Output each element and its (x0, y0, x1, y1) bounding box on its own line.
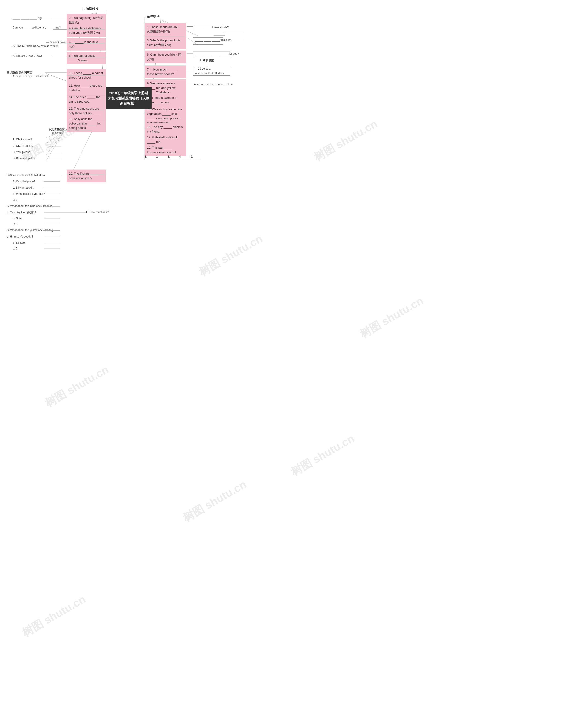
answer-e: E. How much is it? (86, 211, 109, 214)
watermark-6: 树图 shutu.cn (311, 117, 380, 165)
section-2-label: Ⅱ. 单项填空 (200, 59, 214, 62)
line-l4 (44, 224, 60, 224)
line-r7 (187, 70, 193, 70)
r-blanks: 1. _____ 2. _____ 3. _____ 4. _____ 5. _… (145, 155, 202, 158)
center-to-left (67, 95, 106, 96)
r3-box: 3. What's the price of this skirt?(改为同义句… (145, 36, 186, 49)
watermark-2: 树图 shutu.cn (196, 231, 265, 279)
item8-choices: A. is B. are C. has D. have (13, 55, 42, 57)
l2: L: 2 (13, 198, 17, 202)
hl20 (67, 174, 105, 174)
r5-box: 5. Can I help you?(改为同义句) (145, 50, 186, 63)
bracket-r5-top (193, 51, 230, 51)
hr3 (144, 42, 147, 43)
dial-d: D. Blue and yellow. (13, 157, 36, 160)
section-1-label: Ⅰ．句型转换 (82, 7, 99, 11)
item12-box: 12. How _____ these red T-shirts? (67, 82, 106, 94)
s5: S: What about the yellow one? It's big. (7, 229, 54, 232)
r9-choices: A. at; to B. in; for C. on; in D. at; fo… (194, 83, 233, 85)
center-to-section1 (105, 87, 105, 96)
dial-b: B. OK. I'll take it. (13, 144, 33, 147)
bracket-r1-top (193, 25, 223, 25)
item2-blank: _____ _____ _____ big. (13, 17, 42, 20)
hl-sec1 (81, 9, 105, 10)
r7-choices: A. is B. are C. do D. does (195, 72, 224, 75)
bracket-r3-bottom (193, 44, 223, 45)
item14-box: 14. The price _____ the car is $500,000. (67, 93, 106, 106)
complete-dialog-label: 补全对话 (52, 131, 63, 135)
watermark-4: 树图 shutu.cn (180, 477, 249, 525)
line-s4 (44, 218, 60, 218)
dialog-prefix: S=Shop assistant (售货员) L=Lisa (7, 173, 45, 177)
section3-choices: A. buys B. to buy C. sells D. sell (13, 75, 48, 78)
line-s6 (44, 243, 60, 243)
line-l6 (44, 249, 60, 249)
r1-box: 1. These shorts are $60. (就画线部分提问) (145, 23, 186, 36)
hr19 (144, 149, 147, 149)
item8-box: 8. This pair of socks _____ 5 yuan. (67, 52, 106, 64)
line-l2 (44, 200, 60, 200)
watermark-7: 树图 shutu.cn (357, 293, 426, 342)
hr17 (144, 138, 147, 138)
section-grammar-label: 单元语法 (145, 15, 160, 19)
hr9 (144, 86, 147, 86)
s3: S: What about this blue one? It's nice. (7, 205, 53, 208)
item20-box: 20. The T-shirts _____ boys are only $ 5… (67, 170, 106, 182)
line-s2 (44, 194, 60, 194)
l5: L: Hmm... It's good. 4 (7, 235, 33, 238)
l1: L: 1 I want a skirt. (13, 186, 34, 189)
s4: S: Sure. (13, 217, 22, 220)
l4: L: 3 (13, 223, 17, 226)
hr5 (144, 56, 147, 57)
hr15 (144, 128, 147, 128)
hl2 (67, 19, 105, 19)
hl16 (67, 110, 105, 110)
line-item2 (53, 19, 67, 19)
watermark-3: 树图 shutu.cn (42, 362, 111, 410)
center-node: 2018初一年级英语上册期末复习测试题附答案（人教新目标版） (106, 87, 152, 109)
hl10 (67, 75, 105, 76)
item18-box: 18. Sally asks the volleyball star _____… (67, 115, 106, 132)
unit-scene-label: 单元情景交际 (48, 128, 65, 132)
line-r5 (187, 54, 193, 54)
hl-unit-scene (62, 130, 92, 131)
svg-line-25 (46, 131, 64, 161)
hr1 (144, 30, 147, 30)
r19-box: 19. This pair _____ trousers looks so co… (145, 144, 186, 156)
hl14 (67, 98, 105, 98)
hr13 (144, 112, 147, 112)
hr7 (144, 71, 147, 71)
dial-c: C. Yes, please. (13, 150, 31, 154)
l3: L: Can I try it on (试穿)? (7, 211, 36, 214)
line-s5 (44, 230, 60, 231)
line-dial-d (48, 159, 61, 159)
s2: S: What color do you like? (13, 192, 45, 195)
hl12 (67, 86, 105, 86)
r7-box: 7. —How much _____ these brown shoes? (145, 65, 186, 78)
section-3-label: Ⅲ. 用适当的介词填空 (7, 71, 33, 75)
item6-box: 6. —_____ is the blue hat? (67, 38, 106, 50)
line-dial-c (48, 153, 61, 153)
hl8 (67, 57, 105, 57)
l6: L: 5 (13, 247, 17, 250)
line-r3 (187, 40, 193, 40)
s1: S: Can I help you? (13, 180, 35, 183)
r1-blank: _____ _____ these shorts? (195, 26, 229, 29)
line-prefix (45, 176, 61, 176)
item6-choices: A. How B. How much C. What D. Where (13, 44, 58, 47)
bracket-r7-bottom (193, 75, 230, 76)
watermark-8: 树图 shutu.cn (288, 431, 357, 479)
watermark-5: 树图 shutu.cn (20, 592, 88, 640)
line-s3 (44, 206, 60, 207)
s6: S: It's $39. (13, 241, 25, 245)
item4-blank: Can you _____ a dictionary _____ me? (13, 26, 61, 29)
mind-map: 树图 shutu.cn 树图 shutu.cn 树图 shutu.cn 树图 s… (0, 0, 588, 716)
line-r1 (187, 26, 193, 27)
dial-a: A. Oh, it's small. (13, 138, 33, 141)
r7-answer: —29 dollars. (195, 67, 211, 70)
item4-box: 4. Can I buy a dictionary from you? (改为同… (67, 24, 106, 37)
r5-blank: _____ _____ _____ _____ for you? (195, 52, 239, 55)
r3-blank: _____ _____ _____ this skirt? (195, 38, 232, 42)
